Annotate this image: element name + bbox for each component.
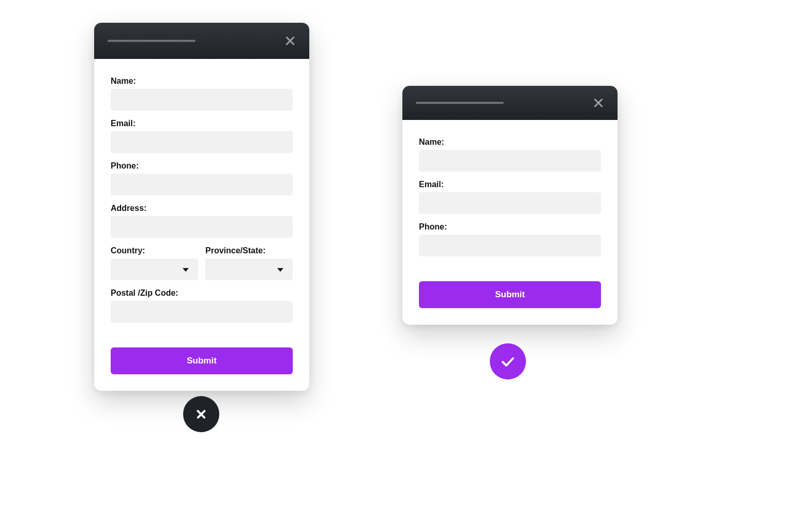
email-input[interactable] [111, 131, 293, 153]
modal-body: Name: Email: Phone: Address: Country: [94, 59, 309, 391]
close-icon[interactable] [593, 97, 604, 109]
check-icon [500, 353, 516, 370]
row-country-province: Country: Province/State: [111, 246, 293, 280]
country-label: Country: [111, 246, 198, 255]
status-badge-bad [183, 396, 219, 432]
form-card-short: Name: Email: Phone: Submit [402, 86, 618, 325]
province-select[interactable] [205, 258, 293, 280]
chevron-down-icon [183, 268, 189, 272]
email-label: Email: [111, 119, 293, 128]
modal-title-placeholder [416, 102, 504, 104]
field-name: Name: [111, 77, 293, 111]
name-label: Name: [111, 77, 293, 86]
modal-header [402, 86, 618, 120]
postal-input[interactable] [111, 301, 293, 323]
email-label: Email: [419, 180, 601, 189]
field-email: Email: [111, 119, 293, 153]
postal-label: Postal /Zip Code: [111, 288, 293, 298]
field-province: Province/State: [205, 246, 293, 280]
close-icon[interactable] [284, 35, 296, 47]
name-label: Name: [419, 138, 601, 147]
field-email: Email: [419, 180, 601, 214]
phone-input[interactable] [419, 235, 601, 256]
modal-header [94, 23, 309, 59]
chevron-down-icon [277, 268, 283, 272]
province-label: Province/State: [205, 246, 293, 255]
phone-label: Phone: [419, 222, 601, 232]
name-input[interactable] [419, 150, 601, 172]
email-input[interactable] [419, 192, 601, 214]
phone-label: Phone: [111, 161, 293, 171]
address-input[interactable] [111, 216, 293, 238]
close-icon [196, 408, 207, 420]
address-label: Address: [111, 204, 293, 213]
modal-body: Name: Email: Phone: Submit [402, 120, 618, 325]
field-phone: Phone: [419, 222, 601, 256]
modal-title-placeholder [108, 40, 196, 42]
field-country: Country: [111, 246, 198, 280]
status-badge-good [490, 343, 526, 379]
name-input[interactable] [111, 89, 293, 111]
field-name: Name: [419, 138, 601, 172]
submit-button[interactable]: Submit [111, 347, 293, 374]
submit-button[interactable]: Submit [419, 281, 601, 308]
field-address: Address: [111, 204, 293, 238]
field-phone: Phone: [111, 161, 293, 195]
form-card-long: Name: Email: Phone: Address: Country: [94, 23, 309, 391]
phone-input[interactable] [111, 174, 293, 195]
field-postal: Postal /Zip Code: [111, 288, 293, 323]
country-select[interactable] [111, 258, 198, 280]
